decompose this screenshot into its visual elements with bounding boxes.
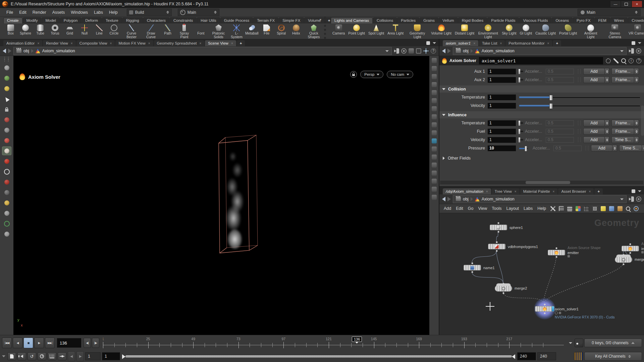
create-tool-tube[interactable]: Tube bbox=[33, 24, 48, 36]
close-button[interactable]: × bbox=[632, 1, 642, 7]
main-context-selector[interactable]: Main bbox=[178, 9, 219, 16]
sticky-note-icon[interactable] bbox=[601, 206, 606, 211]
shelf-tab-grains[interactable]: Grains bbox=[420, 17, 438, 23]
play-forward-button[interactable]: ▶ bbox=[34, 338, 44, 348]
range-end-button[interactable]: |▶ bbox=[76, 351, 84, 361]
param-pin-icon[interactable] bbox=[629, 48, 634, 54]
create-tool-box[interactable]: Box bbox=[3, 24, 18, 36]
add-spinner[interactable] bbox=[605, 76, 609, 83]
playback-range-start-field[interactable]: 1 bbox=[102, 352, 120, 360]
desktop-selector[interactable]: Main bbox=[578, 9, 641, 16]
display-option-icon-18[interactable] bbox=[432, 195, 437, 200]
node-name-field[interactable]: axiom_solver1 bbox=[479, 57, 603, 64]
net-nav-forward-icon[interactable] bbox=[447, 197, 451, 201]
lights-tool-volume-light[interactable]: Volume Light bbox=[429, 24, 453, 36]
output-connector-icon[interactable] bbox=[623, 263, 625, 265]
create-tool-draw-curve[interactable]: Draw Curve bbox=[142, 24, 160, 39]
scene-tab-close-icon[interactable]: × bbox=[200, 42, 202, 45]
path-root[interactable]: obj bbox=[23, 49, 29, 53]
create-tool-font[interactable]: Font bbox=[194, 24, 208, 36]
lights-tool-point-light[interactable]: Point Light bbox=[346, 24, 367, 36]
net-nav-back-icon[interactable] bbox=[442, 197, 445, 201]
display-option-icon-10[interactable] bbox=[432, 130, 437, 135]
add-button[interactable]: Add bbox=[583, 68, 605, 75]
keys-summary-button[interactable]: 0 keys, 0/0 channels bbox=[584, 339, 642, 347]
global-anim-options-button[interactable] bbox=[38, 352, 46, 360]
go-to-end-button[interactable]: ▶▶| bbox=[45, 338, 55, 348]
scoped-channels-icon[interactable] bbox=[574, 352, 583, 361]
playback-range-slider[interactable] bbox=[122, 353, 515, 360]
output-connector-icon[interactable] bbox=[556, 256, 557, 258]
toolbar-stow-handle[interactable]: ⋮⋮⋮⋮ bbox=[3, 57, 10, 61]
net-menu-add[interactable]: Add bbox=[441, 206, 453, 211]
net-menu-tools[interactable]: Tools bbox=[489, 206, 504, 211]
audio-button[interactable] bbox=[17, 352, 26, 360]
network-canvas[interactable]: Geometry sphere1vdbfrompolygons1name1emi… bbox=[439, 213, 644, 335]
mode-spinner[interactable] bbox=[634, 128, 639, 135]
shelf-tab-create[interactable]: Create bbox=[3, 17, 22, 23]
param-nav-forward-icon[interactable] bbox=[447, 49, 451, 53]
param-horizontal-scrollbar[interactable] bbox=[440, 181, 643, 184]
create-tool-spiral[interactable]: Spiral bbox=[274, 24, 289, 36]
create-tool-torus[interactable]: Torus bbox=[48, 24, 62, 36]
create-tool-path[interactable]: Path bbox=[160, 24, 175, 36]
pencil-tool-icon[interactable] bbox=[2, 84, 11, 93]
path-dropdown-caret[interactable] bbox=[620, 50, 624, 52]
mode-dropdown[interactable]: Frame... bbox=[611, 68, 634, 75]
node-emitter[interactable]: emitterAxiom Source Shape bbox=[548, 250, 565, 255]
path-root[interactable]: obj bbox=[463, 49, 469, 53]
current-frame-field[interactable]: 136 bbox=[57, 338, 81, 348]
background-image-icon[interactable] bbox=[609, 206, 614, 211]
scene-tab-scene-view[interactable]: Scene View× bbox=[205, 40, 236, 46]
display-option-icon-11[interactable] bbox=[432, 138, 437, 143]
ramp-value-field[interactable]: 0.5 bbox=[553, 145, 582, 151]
scene-tab-close-icon[interactable]: × bbox=[110, 42, 112, 45]
param-tab-performance-monitor[interactable]: Performance Monitor× bbox=[505, 40, 552, 46]
param-toggle-icon[interactable] bbox=[519, 129, 520, 134]
deform-tool-icon[interactable] bbox=[2, 188, 11, 196]
shelf-tab-modify[interactable]: Modify bbox=[23, 17, 42, 23]
scene-tab-close-icon[interactable]: × bbox=[231, 42, 233, 45]
lights-tool-caustic-light[interactable]: Caustic Light bbox=[534, 24, 557, 36]
create-tool-file[interactable]: File bbox=[259, 24, 274, 36]
shelf-tab-terrain-fx[interactable]: Terrain FX bbox=[253, 17, 278, 23]
lights-tool-geometry-light[interactable]: Geometry Light bbox=[405, 24, 429, 39]
scene-pane-menu-caret[interactable] bbox=[433, 42, 436, 44]
mode-dropdown[interactable]: Time S... bbox=[619, 145, 642, 152]
mode-spinner[interactable] bbox=[634, 76, 639, 83]
shelf-tab-model[interactable]: Model bbox=[42, 17, 59, 23]
lights-tool-environment-light[interactable]: Environment Light bbox=[476, 24, 500, 39]
maximize-button[interactable] bbox=[621, 1, 631, 7]
range-slider-track[interactable] bbox=[125, 355, 512, 358]
param-mini-slider[interactable] bbox=[519, 146, 528, 151]
net-overview-icon[interactable] bbox=[634, 206, 639, 211]
shelf-tab-rigid-bodies[interactable]: Rigid Bodies bbox=[458, 17, 487, 23]
ramp-value-field[interactable]: 0.5 bbox=[546, 137, 574, 143]
ramp-value-field[interactable]: 0.5 bbox=[546, 77, 574, 83]
scene-tab-composite-view[interactable]: Composite View× bbox=[76, 40, 115, 46]
mode-spinner[interactable] bbox=[642, 145, 644, 152]
scene-viewport[interactable]: Axiom Solver Persp No cam bbox=[13, 56, 429, 335]
rig-tool-icon[interactable] bbox=[2, 136, 11, 144]
ramp-value-field[interactable]: 0.5 bbox=[546, 129, 574, 134]
create-tool-curve-bezier[interactable]: Curve Bezier bbox=[121, 24, 142, 39]
network-pane-menu-caret[interactable] bbox=[638, 190, 641, 192]
current-state-icon[interactable] bbox=[2, 147, 11, 155]
other-fields-section[interactable]: Other Fields bbox=[439, 155, 644, 162]
input-connector-icon[interactable] bbox=[556, 247, 557, 249]
shelf-tab-oceans[interactable]: Oceans bbox=[552, 17, 573, 23]
node-merge1[interactable]: merge1 bbox=[615, 256, 632, 263]
shelf-tab-particle-fluids[interactable]: Particle Fluids bbox=[487, 17, 519, 23]
mode-spinner[interactable] bbox=[634, 136, 639, 143]
path-dropdown-caret[interactable] bbox=[385, 50, 389, 52]
paint-character-icon[interactable] bbox=[2, 199, 11, 207]
param-value-field[interactable]: 10 bbox=[488, 145, 516, 151]
create-tool-line[interactable]: Line bbox=[92, 24, 107, 36]
lights-tool-camera[interactable]: Camera bbox=[331, 24, 346, 36]
param-toggle-icon[interactable] bbox=[519, 77, 520, 82]
param-value-field[interactable]: 1 bbox=[488, 69, 516, 74]
net-search-icon[interactable] bbox=[626, 206, 630, 211]
scene-tab-close-icon[interactable]: × bbox=[71, 42, 73, 45]
shelf-tab-viscous-fluids[interactable]: Viscous Fluids bbox=[519, 17, 551, 23]
input-connector-icon[interactable] bbox=[544, 304, 546, 305]
